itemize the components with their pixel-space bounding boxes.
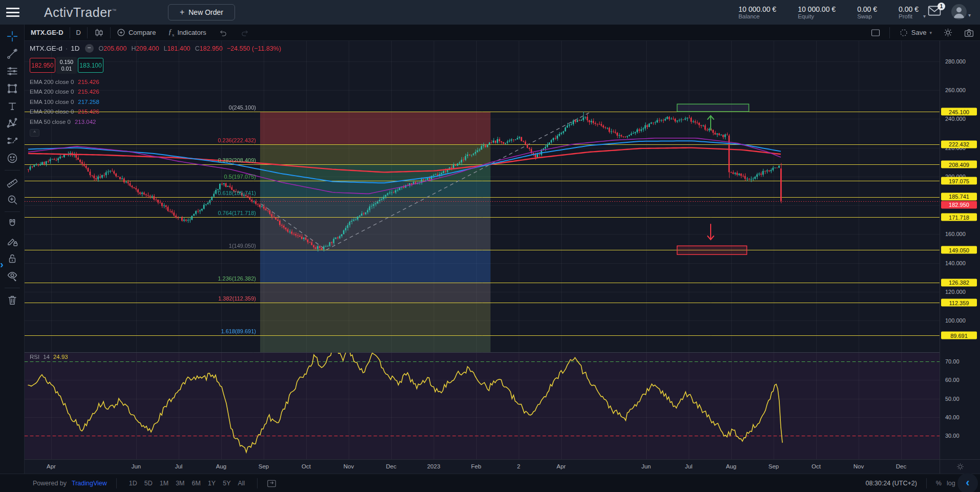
range-all-button[interactable]: All [235,479,248,488]
axis-corner [940,459,980,474]
save-button[interactable]: Save ▾ [897,25,934,40]
new-order-button[interactable]: + New Order [168,4,235,20]
lock-all-tool[interactable] [3,250,22,267]
magnet-tool[interactable] [3,215,22,232]
layout-square-icon [871,29,880,37]
level-price-badge: 171.718 [941,213,977,221]
undo-button[interactable] [212,25,234,40]
emoji-tool[interactable] [3,149,22,167]
clock[interactable]: 08:30:24 (UTC+2) [865,480,917,487]
sell-button[interactable]: 182.950 [30,58,55,73]
indicator-row[interactable]: EMA 200 close 0215.426 [30,77,281,87]
log-scale-toggle[interactable]: log [947,480,955,487]
indicator-row[interactable]: EMA 200 close 0215.426 [30,87,281,97]
time-axis-label: Jun [132,463,141,469]
account-stats: 10 000.00 €Balance10 000.00 €Equity0.00 … [738,0,919,25]
symbol-search-button[interactable]: MTX.GE-D [25,25,70,40]
range-5y-button[interactable]: 5Y [220,479,233,488]
screenshot-button[interactable] [962,25,976,40]
avatar [951,4,967,19]
time-axis-label: Oct [812,463,821,469]
stat-equity: 10 000.00 €Equity [798,5,836,19]
current-price-badge: 182.950 [941,201,977,208]
draw-lock-tool[interactable] [3,232,22,250]
redo-button[interactable] [234,25,255,40]
price-axis[interactable]: 280.000260.000240.000220.000200.000160.0… [940,41,980,459]
shapes-tool[interactable] [3,80,22,97]
indicator-row[interactable]: EMA 100 close 0217.258 [30,97,281,107]
profit-chevron-icon[interactable]: ▾ [923,13,926,19]
rsi-axis-label: 50.00 [945,396,960,402]
remove-all-tool[interactable] [3,291,22,309]
fib-level-label: 1.236(126.382) [218,275,256,282]
hide-all-icon [6,270,18,282]
xabcd-pattern-tool[interactable] [3,115,22,132]
gear-icon [943,28,953,37]
spread-box: 0.1500.01 [56,57,77,74]
indicators-button[interactable]: ƒx Indicators [162,25,212,40]
range-3m-button[interactable]: 3M [173,479,187,488]
text-tool[interactable] [3,97,22,115]
panel-collapse-button[interactable]: ‹ [957,473,978,492]
ruler-tool[interactable] [3,174,22,191]
time-axis-label: Dec [896,463,906,469]
layout-button[interactable] [869,25,882,40]
time-axis-label: Jul [175,463,183,469]
mail-button[interactable]: 1 [928,5,943,19]
draw-lock-icon [6,235,18,247]
drawing-toolbar [0,25,25,492]
forecast-tool[interactable] [3,132,22,149]
range-5d-button[interactable]: 5D [141,479,156,488]
redo-icon [240,28,249,37]
watchlist-expander[interactable]: › [0,259,4,270]
forecast-icon [6,135,18,147]
interval-button[interactable]: D [70,25,87,40]
indicator-row[interactable]: EMA 50 close 0213.042 [30,117,281,127]
price-axis-label: 280.000 [945,58,966,65]
tradingview-link[interactable]: TradingView [72,480,107,487]
range-1y-button[interactable]: 1Y [205,479,219,488]
remove-all-icon [6,294,18,306]
buy-button[interactable]: 183.100 [78,58,103,73]
shapes-icon [6,82,18,95]
range-1m-button[interactable]: 1M [157,479,172,488]
indicator-row[interactable]: EMA 200 close 0215.426 [30,107,281,117]
hide-all-tool[interactable] [3,267,22,285]
account-menu[interactable]: ▾ [951,4,971,19]
horizontal-lines-tool[interactable] [3,62,22,80]
trend-line-tool[interactable] [3,45,22,62]
level-price-badge: 208.409 [941,161,977,168]
legend-collapse-button[interactable]: ^ [30,129,39,137]
candles-icon [94,28,104,38]
time-axis-label: Dec [386,463,396,469]
menu-icon[interactable] [6,8,19,17]
powered-by-label: Powered by [33,480,67,487]
range-1d-button[interactable]: 1D [126,479,140,488]
rsi-legend[interactable]: RSI 14 24.93 [30,354,68,360]
level-price-badge: 197.075 [941,177,977,185]
axis-settings-icon[interactable] [956,462,965,471]
level-price-badge: 149.050 [941,246,977,254]
go-to-date-button[interactable] [267,478,276,489]
time-axis-label: Aug [726,463,736,469]
save-chevron-icon: ▾ [929,30,932,35]
fib-level-label: 0.236(222.432) [218,137,256,143]
symbol-minimize-icon[interactable]: − [85,44,94,53]
zoom-in-tool[interactable] [3,191,22,208]
level-price-badge: 112.359 [941,299,977,307]
chart-style-button[interactable] [88,25,110,40]
rsi-axis-label: 70.00 [945,358,960,365]
time-axis-label: Nov [854,463,864,469]
app-header: ActivTrader™ + New Order 10 000.00 €Bala… [0,0,980,25]
time-axis[interactable]: AprJunJulAugSepOctNovDec2023Feb2AprJunJu… [25,459,940,474]
compare-button[interactable]: Compare [111,25,162,40]
price-axis-label: 160.000 [945,231,966,237]
crosshair-tool[interactable] [3,28,22,45]
legend-symbol[interactable]: MTX.GE-d [30,45,62,52]
percent-scale-toggle[interactable]: % [936,480,942,487]
trend-line-icon [6,48,18,60]
settings-button[interactable] [941,25,955,40]
range-6m-button[interactable]: 6M [189,479,204,488]
price-axis-label: 260.000 [945,87,966,93]
price-axis-label: 140.000 [945,260,966,266]
